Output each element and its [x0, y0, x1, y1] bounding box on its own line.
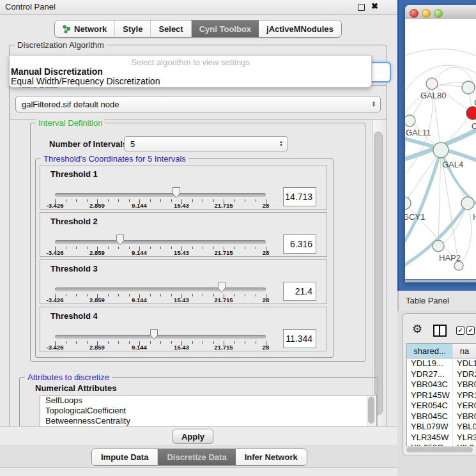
table-row[interactable]: YBR045CYBR0	[407, 411, 476, 422]
table-cell: YDL1	[453, 358, 476, 369]
slider-tick	[118, 341, 119, 344]
table-row[interactable]: YLR345WYLR3	[407, 433, 476, 443]
threshold-slider-track[interactable]	[55, 335, 266, 339]
slider-tick-label: 28	[252, 344, 280, 351]
table-row[interactable]: YDR27...YDR2	[407, 369, 476, 380]
table-row[interactable]: YBR043CYBR0	[407, 380, 476, 390]
threshold-value-field[interactable]: 14.713	[283, 187, 316, 206]
attribute-list-item[interactable]: TopologicalCoefficient	[40, 406, 376, 416]
threshold-slider-track[interactable]	[55, 193, 266, 197]
network-node-label: GAL4	[442, 160, 463, 169]
zoom-traffic-light-icon[interactable]	[434, 9, 443, 18]
control-panel-titlebar: Control Panel	[0, 0, 397, 15]
slider-tick	[118, 247, 119, 249]
slider-tick-label: -3.426	[41, 249, 69, 256]
slider-tick	[76, 247, 77, 249]
network-canvas[interactable]: GAL80GCGAL11GAL4GCY1HHAP2	[405, 19, 476, 279]
split-columns-icon[interactable]	[433, 325, 447, 337]
threshold-value-field[interactable]: 21.4	[283, 282, 316, 301]
network-node[interactable]	[461, 197, 474, 210]
numerical-attributes-list[interactable]: SelfLoopsTopologicalCoefficientBetweenne…	[40, 395, 377, 427]
settings-scrollbar-thumb[interactable]	[374, 132, 383, 415]
float-window-icon[interactable]	[358, 4, 365, 11]
network-window-titlebar[interactable]	[405, 5, 476, 20]
network-node[interactable]	[426, 78, 438, 89]
threshold-value-field[interactable]: 11.344	[283, 329, 316, 348]
table-row[interactable]: YDL19...YDL1	[407, 358, 476, 369]
tab-label: Select	[158, 24, 183, 34]
threshold-slider-thumb[interactable]	[172, 187, 181, 199]
table-cell: YBR0	[453, 411, 476, 422]
tab-cyni-toolbox[interactable]: Cyni Toolbox	[192, 20, 259, 37]
network-window-bottom-edge	[405, 279, 476, 282]
threshold-slider-thumb[interactable]	[116, 234, 125, 246]
tab-network[interactable]: Network	[55, 20, 115, 37]
tab-label: Network	[74, 24, 107, 34]
network-node-label: GCY1	[405, 212, 425, 222]
tab-select[interactable]: Select	[151, 20, 191, 37]
table-cell: YDR27...	[407, 369, 453, 380]
close-icon[interactable]: ✖	[371, 1, 378, 11]
table-cell: YLR3	[453, 433, 476, 443]
table-row[interactable]: YER054CYER0	[407, 401, 476, 411]
tab-style[interactable]: Style	[115, 20, 151, 37]
network-node[interactable]	[433, 142, 449, 158]
slider-tick-label: 28	[252, 296, 280, 303]
number-of-intervals-combo[interactable]: 5 ▲▼	[124, 136, 288, 151]
network-node[interactable]	[466, 107, 476, 119]
slider-tick-label: 2.859	[83, 249, 111, 256]
threshold-slider-track[interactable]	[55, 240, 266, 244]
table-column-header[interactable]: shared...	[407, 344, 453, 358]
table-cell: YLR345W	[407, 433, 453, 443]
threshold-value-field[interactable]: 6.316	[283, 234, 316, 254]
table-cell: YDL19...	[407, 358, 453, 369]
attribute-list-item[interactable]: SelfLoops	[40, 395, 376, 406]
table-scrollbar-thumb[interactable]	[406, 447, 473, 452]
table-row[interactable]: YBL079WYBL0	[407, 422, 476, 433]
checkbox-icon[interactable]: ✓	[466, 326, 475, 335]
table-cell: YPR1	[453, 390, 476, 401]
slider-tick	[160, 294, 161, 296]
table-row[interactable]: YPR145WYPR1	[407, 390, 476, 401]
slider-tick	[203, 199, 203, 202]
network-node[interactable]	[454, 261, 463, 270]
table-panel-titlebar: Table Panel	[397, 291, 476, 311]
table-column-header[interactable]: na	[453, 344, 476, 358]
slider-tick	[245, 294, 245, 296]
network-node-label: HAP2	[439, 253, 461, 263]
threshold-slider-thumb[interactable]	[150, 328, 158, 341]
table-data-combo[interactable]: galFiltered.sif default node ▲▼	[15, 96, 381, 112]
attributes-list-scrollbar[interactable]	[367, 396, 376, 426]
tab-infer-network[interactable]: Infer Network	[236, 449, 307, 465]
threshold-slider-track[interactable]	[55, 288, 266, 291]
apply-button[interactable]: Apply	[173, 429, 213, 444]
top-tab-bar: NetworkStyleSelectCyni ToolboxjActiveMNo…	[54, 20, 342, 38]
algorithm-option[interactable]: Equal Width/Frequency Discretization	[11, 76, 160, 86]
checkbox-icon[interactable]: ✓	[456, 326, 464, 335]
tab-jactivemnodules[interactable]: jActiveMNodules	[259, 20, 341, 37]
bottom-margin	[0, 468, 397, 476]
gear-icon[interactable]: ⚙	[412, 322, 422, 336]
slider-tick-label: -3.426	[41, 344, 69, 351]
interval-definition-group-label: Interval Definition	[36, 118, 105, 128]
node-attribute-table[interactable]: shared...na YDL19...YDL1YDR27...YDR2YBR0…	[406, 343, 476, 446]
slider-tick-label: 21.715	[210, 202, 238, 209]
close-traffic-light-icon[interactable]	[410, 9, 418, 18]
threshold-panel: Threshold 4-3.4262.8599.14415.4321.71528…	[40, 307, 327, 351]
table-horizontal-scrollbar[interactable]	[405, 446, 475, 453]
table-cell: YBR045C	[407, 411, 453, 422]
network-node[interactable]	[405, 115, 415, 127]
attribute-list-item[interactable]: BetweennessCentrality	[40, 416, 376, 426]
minimize-traffic-light-icon[interactable]	[422, 9, 431, 18]
slider-tick	[245, 247, 245, 249]
number-of-intervals-value: 5	[130, 139, 135, 149]
network-node[interactable]	[405, 197, 411, 210]
threshold-slider-thumb[interactable]	[217, 281, 226, 293]
slider-tick-label: -3.426	[41, 296, 69, 303]
tab-discretize-data[interactable]: Discretize Data	[158, 449, 235, 465]
tab-label: Style	[123, 24, 142, 34]
network-node[interactable]	[462, 81, 475, 94]
network-node[interactable]	[433, 240, 444, 252]
tab-impute-data[interactable]: Impute Data	[92, 449, 158, 465]
algorithm-option[interactable]: Manual Discretization	[11, 66, 103, 77]
